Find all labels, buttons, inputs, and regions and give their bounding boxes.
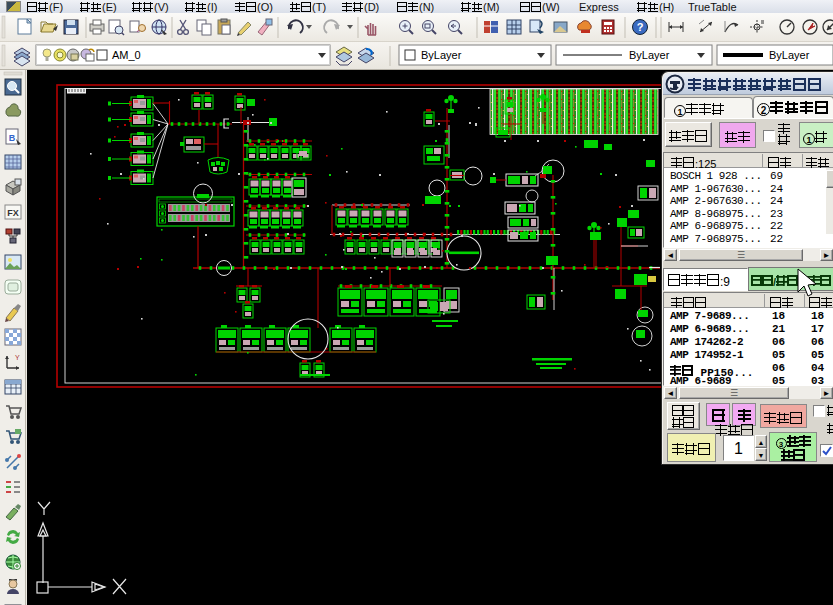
svg-text:B: B xyxy=(9,133,16,143)
svg-text:FX: FX xyxy=(7,208,19,218)
svg-text:ByLayer: ByLayer xyxy=(629,49,670,61)
svg-text:ByLayer: ByLayer xyxy=(421,49,462,61)
svg-text:ByLayer: ByLayer xyxy=(769,49,810,61)
svg-text:?: ? xyxy=(637,21,644,33)
svg-text:Y: Y xyxy=(15,354,20,361)
svg-text:AM_0: AM_0 xyxy=(112,49,141,61)
